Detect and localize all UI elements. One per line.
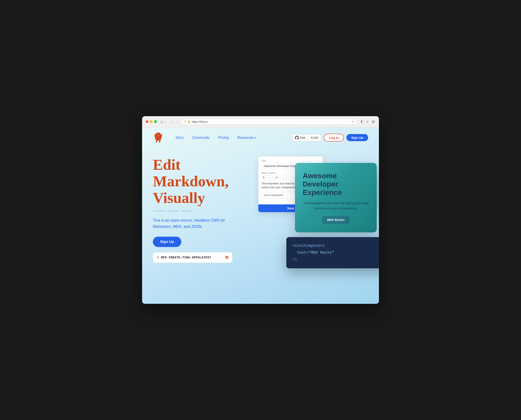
github-star-button[interactable]: Star 8,042 — [292, 134, 322, 141]
shield-icon: 🛡 — [184, 120, 186, 123]
forward-button[interactable]: › — [176, 120, 178, 124]
tab-overview-button[interactable]: ⊞ — [371, 119, 375, 124]
login-button[interactable]: Log In — [324, 134, 344, 142]
copy-icon[interactable]: ⧉ — [225, 255, 229, 260]
hero-signup-button[interactable]: Sign Up — [153, 237, 181, 247]
traffic-lights — [146, 120, 157, 123]
browser-window: ◫ ⌄ ‹ › 🛡 🔒 https://tina.io ↻ ⬆ + ⊞ — [142, 116, 379, 304]
code-panel: <CoolComponent text="MDX Rocks" /> — [286, 237, 379, 268]
browser-chrome: ◫ ⌄ ‹ › 🛡 🔒 https://tina.io ↻ ⬆ + ⊞ — [142, 116, 379, 127]
hero-description: Tina is an open-source, headless CMS for… — [153, 217, 235, 230]
svg-point-2 — [157, 135, 158, 136]
signup-button[interactable]: Sign Up — [346, 134, 368, 141]
traffic-light-yellow[interactable] — [150, 120, 153, 123]
svg-point-3 — [159, 135, 159, 136]
navbar: Docs Community Pricing Resources ▾ Star — [142, 127, 379, 148]
cms-toolbar-more[interactable]: ⋮ — [280, 175, 286, 180]
cms-toolbar-link[interactable]: ↔ — [267, 175, 273, 180]
cms-title-label: Title — [261, 159, 320, 162]
new-tab-button[interactable]: + — [366, 120, 369, 124]
hero-left: Edit Markdown, Visually Tina is an open-… — [153, 157, 256, 263]
traffic-light-red[interactable] — [146, 120, 148, 123]
browser-actions: ⬆ + ⊞ — [359, 119, 375, 124]
chevron-down-icon: ▾ — [255, 136, 256, 139]
hero-illustration: Title Main Content ¶ ↔ ⊡ ⋮ Embed + Tina … — [252, 157, 368, 264]
nav-link-pricing[interactable]: Pricing — [215, 135, 232, 141]
hero-cli-box: $ NPX CREATE-TINA-APP@LATEST ⧉ — [153, 252, 232, 263]
back-button[interactable]: ‹ — [170, 120, 173, 124]
cms-toolbar-image[interactable]: ⊡ — [274, 175, 279, 180]
share-button[interactable]: ⬆ — [359, 119, 364, 124]
lock-icon: 🔒 — [188, 120, 191, 123]
cli-command: NPX CREATE-TINA-APP@LATEST — [161, 256, 211, 259]
hero-title: Edit Markdown, Visually — [153, 157, 256, 206]
page-content: Docs Community Pricing Resources ▾ Star — [142, 127, 379, 304]
traffic-light-green[interactable] — [154, 120, 157, 123]
nav-links: Docs Community Pricing Resources ▾ — [172, 135, 292, 141]
logo-llama-icon — [153, 132, 164, 143]
logo-container[interactable] — [153, 132, 164, 143]
preview-card-teal: Awesome Developer Experience Tina empowe… — [295, 163, 377, 232]
address-bar[interactable]: 🛡 🔒 https://tina.io ↻ — [181, 119, 357, 125]
nav-actions: Star 8,042 Log In Sign Up — [292, 134, 368, 142]
nav-link-docs[interactable]: Docs — [172, 135, 187, 141]
url-text: https://tina.io — [192, 120, 208, 123]
code-content: <CoolComponent text="MDX Rocks" /> — [292, 242, 379, 263]
address-bar-container: 🛡 🔒 https://tina.io ↻ — [181, 119, 357, 125]
github-star-left: Star — [292, 135, 308, 141]
preview-card-title: Awesome Developer Experience — [303, 172, 369, 197]
preview-card-description: Tina empowers your team by giving you mo… — [303, 201, 369, 211]
divider-line-3 — [181, 210, 193, 211]
nav-link-community[interactable]: Community — [189, 135, 213, 141]
divider-line-1 — [153, 210, 165, 211]
hero-dividers — [153, 210, 256, 211]
cms-toolbar-paragraph[interactable]: ¶ — [261, 175, 266, 180]
cli-dollar: $ — [157, 256, 159, 259]
divider-line-2 — [167, 210, 179, 211]
github-icon — [295, 136, 299, 140]
hero-section: Edit Markdown, Visually Tina is an open-… — [142, 148, 379, 294]
nav-link-resources[interactable]: Resources ▾ — [234, 135, 259, 141]
preview-card-button[interactable]: MDX Rocks! — [322, 216, 349, 224]
sidebar-toggle-button[interactable]: ◫ ⌄ — [160, 120, 168, 124]
reload-icon[interactable]: ↻ — [352, 120, 354, 123]
